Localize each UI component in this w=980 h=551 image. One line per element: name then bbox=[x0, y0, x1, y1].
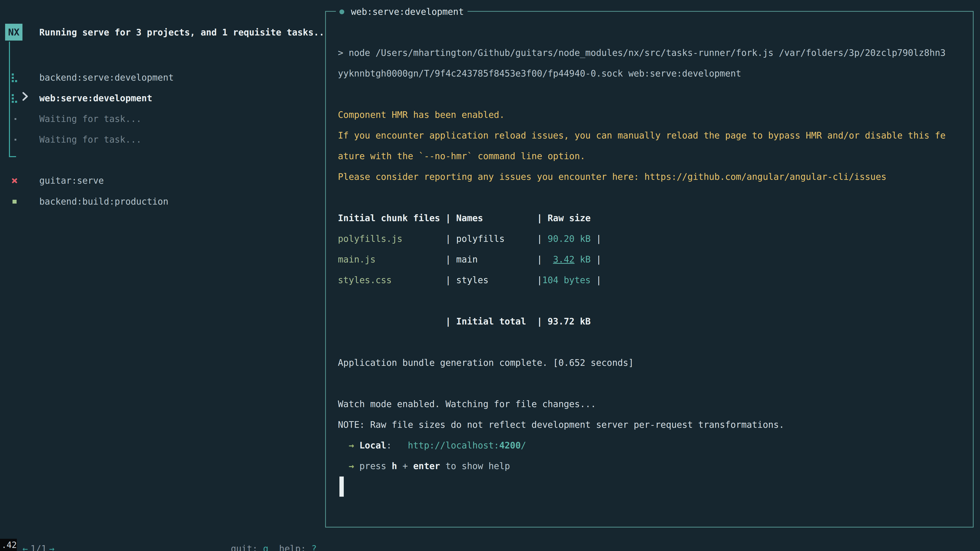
localhost-link[interactable]: http://localhost: bbox=[408, 440, 499, 451]
terminal-line: → Local: http://localhost:4200/ bbox=[338, 435, 945, 456]
terminal-text-segment: Application bundle generation complete. … bbox=[338, 358, 634, 368]
terminal-text-segment: 104 bytes bbox=[542, 275, 591, 285]
prev-page-arrow-icon[interactable]: ← bbox=[22, 544, 28, 551]
task-row-backend-build[interactable]: backend:build:production bbox=[0, 191, 321, 212]
terminal-text-segment: | bbox=[590, 233, 601, 244]
terminal-text-segment: h bbox=[392, 461, 397, 471]
terminal-text-segment: : bbox=[387, 440, 408, 451]
terminal-text-segment: | bbox=[590, 254, 601, 265]
terminal-line bbox=[338, 291, 945, 311]
terminal-text-segment: Please consider reporting any issues you… bbox=[338, 171, 886, 182]
task-label: Waiting for task... bbox=[39, 109, 142, 129]
page-indicator: 1/1 bbox=[28, 544, 49, 551]
cross-icon bbox=[12, 178, 17, 183]
task-label: web:serve:development bbox=[39, 88, 152, 109]
terminal-text-segment: styles.css bbox=[338, 275, 392, 285]
terminal-line bbox=[338, 373, 945, 394]
task-label: backend:serve:development bbox=[39, 67, 174, 88]
quit-label: quit: bbox=[231, 544, 258, 551]
terminal-line: Component HMR has been enabled. bbox=[338, 105, 945, 125]
localhost-link[interactable]: / bbox=[520, 440, 526, 451]
overlay-badge: .42 bbox=[0, 539, 17, 551]
terminal-text-segment: → bbox=[338, 440, 360, 451]
terminal-text-segment: enter bbox=[413, 461, 440, 471]
terminal-text-segment: Component HMR has been enabled. bbox=[338, 110, 504, 120]
terminal-line: styles.css | styles |104 bytes | bbox=[338, 270, 945, 291]
help-key: ? bbox=[311, 544, 317, 551]
terminal-line: → press h + enter to show help bbox=[338, 456, 945, 476]
terminal-line: polyfills.js | polyfills | 90.20 kB | bbox=[338, 229, 945, 249]
status-bullet-icon bbox=[339, 10, 344, 14]
panel-title: web:serve:development bbox=[351, 6, 464, 17]
localhost-link[interactable]: 4200 bbox=[499, 440, 520, 451]
task-label: backend:build:production bbox=[39, 191, 169, 212]
terminal-text-segment: > node /Users/mhartington/Github/guitars… bbox=[338, 48, 945, 58]
terminal-text-segment: Initial chunk files | Names | Raw size bbox=[338, 213, 590, 223]
panel-title-bar: web:serve:development bbox=[336, 5, 468, 18]
terminal-line: yyknnbtgh0000gn/T/9f4c243785f8453e3f00/f… bbox=[338, 63, 945, 84]
terminal-text-segment: | styles | bbox=[392, 275, 542, 285]
terminal-text-segment: kB bbox=[574, 254, 590, 265]
nx-terminal-ui: { "colors":{ "background":"#16262f","acc… bbox=[0, 0, 980, 551]
terminal-text-segment: → bbox=[338, 461, 360, 471]
terminal-cursor bbox=[339, 476, 344, 497]
terminal-line: Watch mode enabled. Watching for file ch… bbox=[338, 394, 945, 414]
terminal-line: ature with the `--no-hmr` command line o… bbox=[338, 146, 945, 167]
terminal-text-segment: | polyfills | bbox=[402, 233, 548, 244]
terminal-line: > node /Users/mhartington/Github/guitars… bbox=[338, 43, 945, 63]
dot-icon bbox=[14, 139, 16, 141]
terminal-line bbox=[338, 84, 945, 105]
task-label: Waiting for task... bbox=[39, 129, 142, 150]
terminal-line bbox=[338, 332, 945, 353]
terminal-text-segment: + bbox=[397, 461, 413, 471]
help-label: help: bbox=[279, 544, 306, 551]
terminal-text-segment: to show help bbox=[440, 461, 510, 471]
task-row-guitar-serve[interactable]: guitar:serve bbox=[0, 170, 321, 191]
terminal-text-segment: Local bbox=[360, 440, 386, 451]
terminal-output: > node /Users/mhartington/Github/guitars… bbox=[338, 43, 945, 476]
keyboard-hints: quit:qhelp:? bbox=[220, 518, 317, 551]
terminal-text-segment: | main | bbox=[375, 254, 553, 265]
terminal-text-segment: If you encounter application reload issu… bbox=[338, 130, 945, 141]
task-row-waiting-2[interactable]: Waiting for task... bbox=[0, 129, 321, 150]
task-row-waiting-1[interactable]: Waiting for task... bbox=[0, 109, 321, 129]
terminal-text-segment: 90.20 kB bbox=[548, 233, 591, 244]
terminal-text-segment: NOTE: Raw file sizes do not reflect deve… bbox=[338, 420, 784, 430]
terminal-text-segment: ature with the `--no-hmr` command line o… bbox=[338, 151, 585, 161]
terminal-text-segment: yyknnbtgh0000gn/T/9f4c243785f8453e3f00/f… bbox=[338, 68, 741, 79]
terminal-line: main.js | main | 3.42 kB | bbox=[338, 249, 945, 270]
task-row-web-serve[interactable]: web:serve:development bbox=[0, 88, 321, 109]
task-row-backend-serve[interactable]: backend:serve:development bbox=[0, 67, 321, 88]
spinner-icon bbox=[12, 94, 17, 103]
dot-icon bbox=[14, 118, 16, 120]
terminal-text-segment: press bbox=[360, 461, 391, 471]
square-icon bbox=[13, 200, 17, 203]
task-label: guitar:serve bbox=[39, 170, 104, 191]
next-page-arrow-icon[interactable]: → bbox=[49, 544, 54, 551]
terminal-line: Application bundle generation complete. … bbox=[338, 353, 945, 373]
quit-key: q bbox=[263, 544, 269, 551]
terminal-text-segment: Watch mode enabled. Watching for file ch… bbox=[338, 399, 596, 409]
terminal-line: Initial chunk files | Names | Raw size bbox=[338, 208, 945, 229]
terminal-line bbox=[338, 187, 945, 208]
terminal-line: If you encounter application reload issu… bbox=[338, 125, 945, 146]
terminal-text-segment: polyfills.js bbox=[338, 233, 402, 244]
terminal-text-segment: | Initial total | 93.72 kB bbox=[338, 316, 590, 327]
nx-logo: NX bbox=[5, 24, 22, 41]
sidebar-title: Running serve for 3 projects, and 1 requ… bbox=[39, 22, 325, 43]
terminal-text-segment: 3.42 bbox=[553, 254, 574, 265]
terminal-line: | Initial total | 93.72 kB bbox=[338, 311, 945, 332]
terminal-line: Please consider reporting any issues you… bbox=[338, 167, 945, 187]
terminal-text-segment: | bbox=[590, 275, 601, 285]
page-navigation: ←1/1→ bbox=[12, 518, 55, 551]
terminal-text-segment: main.js bbox=[338, 254, 375, 265]
terminal-line: NOTE: Raw file sizes do not reflect deve… bbox=[338, 414, 945, 435]
